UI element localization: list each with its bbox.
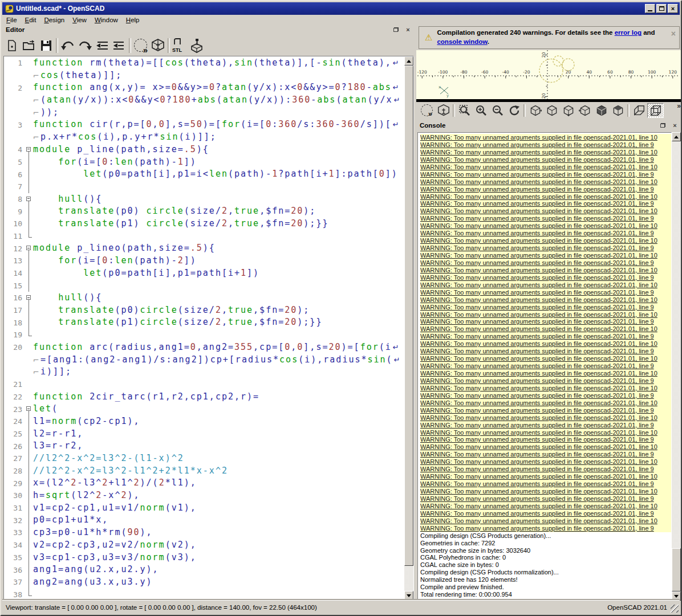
menu-help[interactable]: Help — [122, 16, 144, 24]
console-warning-row[interactable]: WARNING: Too many unnamed arguments supp… — [420, 429, 671, 436]
console-warning-row[interactable]: WARNING: Too many unnamed arguments supp… — [420, 325, 671, 333]
console-warning-row[interactable]: WARNING: Too many unnamed arguments supp… — [420, 311, 671, 319]
reset-view-button[interactable] — [506, 103, 522, 118]
console-warning-row[interactable]: WARNING: Too many unnamed arguments supp… — [420, 377, 671, 385]
view-right-button[interactable] — [577, 103, 593, 118]
menu-design[interactable]: Design — [40, 16, 68, 24]
console-warning-row[interactable]: WARNING: Too many unnamed arguments supp… — [420, 304, 671, 311]
console-warning-row[interactable]: WARNING: Too many unnamed arguments supp… — [420, 289, 671, 296]
close-button[interactable]: × — [668, 4, 678, 13]
fold-marker[interactable] — [25, 144, 33, 156]
editor-close-button[interactable]: × — [404, 26, 412, 33]
fold-marker[interactable] — [25, 403, 33, 415]
fold-marker[interactable] — [25, 193, 33, 206]
zoom-all-button[interactable] — [456, 103, 473, 118]
zoom-in-button[interactable] — [473, 103, 489, 118]
fold-marker[interactable] — [25, 292, 33, 304]
view-bottom-button[interactable] — [610, 103, 626, 118]
title-bar[interactable]: Untitled.scad* - OpenSCAD × — [2, 2, 680, 15]
render-button[interactable] — [435, 103, 452, 118]
fold-marker[interactable] — [25, 242, 33, 255]
console-warning-row[interactable]: WARNING: Too many unnamed arguments supp… — [420, 186, 671, 193]
console-warning-row[interactable]: WARNING: Too many unnamed arguments supp… — [420, 407, 671, 414]
console-warning-row[interactable]: WARNING: Too many unnamed arguments supp… — [420, 362, 671, 370]
menu-window[interactable]: Window — [91, 16, 122, 24]
console-warning-row[interactable]: WARNING: Too many unnamed arguments supp… — [420, 488, 671, 495]
open-file-button[interactable] — [21, 37, 38, 54]
console-warning-row[interactable]: WARNING: Too many unnamed arguments supp… — [420, 458, 671, 466]
console-warning-row[interactable]: WARNING: Too many unnamed arguments supp… — [420, 451, 671, 458]
editor-vertical-scrollbar[interactable] — [404, 56, 413, 600]
redo-button[interactable] — [76, 37, 94, 54]
console-warning-row[interactable]: WARNING: Too many unnamed arguments supp… — [420, 156, 671, 164]
editor-float-button[interactable] — [392, 26, 400, 33]
print-3d-button[interactable] — [188, 37, 205, 54]
perspective-button[interactable] — [631, 103, 647, 118]
banner-close-icon[interactable]: × — [671, 29, 676, 38]
menu-view[interactable]: View — [68, 16, 91, 24]
export-stl-button[interactable]: STL — [171, 37, 188, 54]
console-warning-row[interactable]: WARNING: Too many unnamed arguments supp… — [420, 178, 671, 186]
console-warning-row[interactable]: WARNING: Too many unnamed arguments supp… — [420, 244, 671, 252]
console-warning-row[interactable]: WARNING: Too many unnamed arguments supp… — [420, 164, 671, 171]
console-warning-row[interactable]: WARNING: Too many unnamed arguments supp… — [420, 207, 671, 215]
preview-button[interactable]: » — [132, 37, 149, 54]
preview-button[interactable]: » — [419, 103, 435, 118]
toolbar-overflow-chevrons[interactable]: » — [677, 102, 681, 110]
view-back-button[interactable] — [593, 103, 610, 118]
console-window-link[interactable]: console window — [437, 38, 487, 45]
orthogonal-button[interactable] — [647, 103, 664, 118]
console-warning-row[interactable]: WARNING: Too many unnamed arguments supp… — [420, 296, 671, 304]
console-warning-row[interactable]: WARNING: Too many unnamed arguments supp… — [420, 443, 671, 451]
console-warning-row[interactable]: WARNING: Too many unnamed arguments supp… — [420, 473, 671, 480]
3d-viewport[interactable]: -120-100-80-60-40-202040608010012020-20x… — [416, 50, 681, 99]
console-warning-row[interactable]: WARNING: Too many unnamed arguments supp… — [420, 340, 671, 348]
console-output[interactable]: WARNING: Too many unnamed arguments supp… — [417, 132, 672, 601]
console-warning-row[interactable]: WARNING: Too many unnamed arguments supp… — [420, 517, 671, 525]
console-warning-row[interactable]: WARNING: Too many unnamed arguments supp… — [420, 149, 671, 156]
console-warning-row[interactable]: WARNING: Too many unnamed arguments supp… — [420, 274, 671, 282]
scroll-up-button[interactable] — [404, 56, 413, 66]
maximize-button[interactable] — [656, 4, 667, 13]
console-close-button[interactable]: × — [671, 122, 679, 129]
console-warning-row[interactable]: WARNING: Too many unnamed arguments supp… — [420, 259, 671, 267]
menu-edit[interactable]: Edit — [21, 16, 40, 24]
console-warning-row[interactable]: WARNING: Too many unnamed arguments supp… — [420, 215, 671, 222]
console-warning-row[interactable]: WARNING: Too many unnamed arguments supp… — [420, 525, 671, 532]
console-warning-row[interactable]: WARNING: Too many unnamed arguments supp… — [420, 510, 671, 517]
view-front-button[interactable] — [543, 103, 560, 118]
console-warning-row[interactable]: WARNING: Too many unnamed arguments supp… — [420, 333, 671, 340]
console-warning-row[interactable]: WARNING: Too many unnamed arguments supp… — [420, 370, 671, 377]
resize-grip[interactable] — [671, 605, 679, 613]
console-warning-row[interactable]: WARNING: Too many unnamed arguments supp… — [420, 141, 671, 149]
view-left-button[interactable] — [527, 103, 543, 118]
console-float-button[interactable] — [659, 122, 667, 129]
console-warning-row[interactable]: WARNING: Too many unnamed arguments supp… — [420, 282, 671, 289]
code-editor[interactable]: 1function rm(theta)=[[cos(theta),sin(the… — [3, 56, 414, 601]
scroll-up-button[interactable] — [672, 132, 681, 141]
zoom-out-button[interactable] — [489, 103, 506, 118]
console-warning-row[interactable]: WARNING: Too many unnamed arguments supp… — [420, 480, 671, 488]
console-warning-row[interactable]: WARNING: Too many unnamed arguments supp… — [420, 466, 671, 473]
console-warning-row[interactable]: WARNING: Too many unnamed arguments supp… — [420, 318, 671, 325]
indent-button[interactable] — [111, 37, 128, 54]
save-button[interactable] — [38, 37, 55, 54]
scroll-down-button[interactable] — [672, 591, 681, 601]
undo-button[interactable] — [59, 37, 76, 54]
editor-scrollbar-thumb[interactable] — [404, 66, 413, 566]
console-warning-row[interactable]: WARNING: Too many unnamed arguments supp… — [420, 495, 671, 503]
console-warning-row[interactable]: WARNING: Too many unnamed arguments supp… — [420, 237, 671, 244]
console-warning-row[interactable]: WARNING: Too many unnamed arguments supp… — [420, 348, 671, 355]
console-warning-row[interactable]: WARNING: Too many unnamed arguments supp… — [420, 385, 671, 392]
error-log-link[interactable]: error log — [615, 29, 642, 36]
console-scrollbar-thumb[interactable] — [672, 548, 681, 591]
unindent-button[interactable] — [94, 37, 111, 54]
render-button[interactable] — [149, 37, 167, 54]
scroll-down-button[interactable] — [404, 591, 413, 600]
console-warning-row[interactable]: WARNING: Too many unnamed arguments supp… — [420, 355, 671, 362]
console-warning-row[interactable]: WARNING: Too many unnamed arguments supp… — [420, 230, 671, 237]
console-warning-row[interactable]: WARNING: Too many unnamed arguments supp… — [420, 422, 671, 429]
console-vertical-scrollbar[interactable] — [672, 132, 681, 601]
menu-file[interactable]: File — [2, 16, 21, 24]
console-warning-row[interactable]: WARNING: Too many unnamed arguments supp… — [420, 436, 671, 443]
